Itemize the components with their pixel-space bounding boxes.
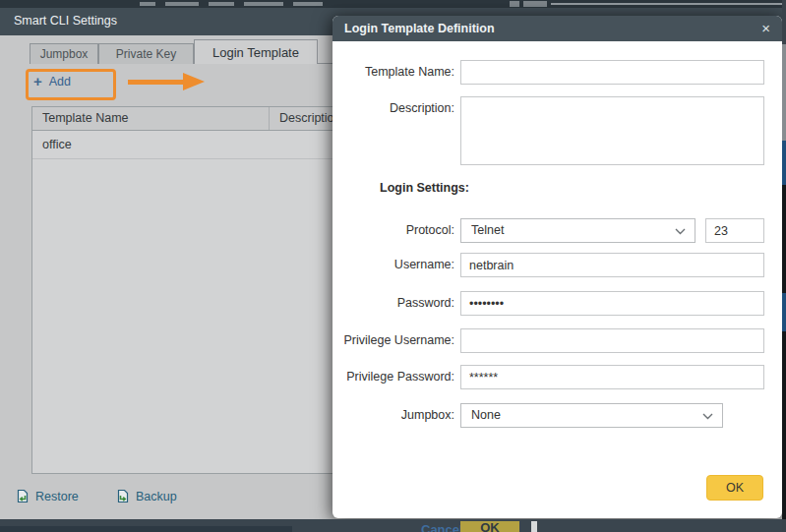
- ok-button-fragment: OK: [460, 521, 519, 532]
- toolbar-fragment: [165, 2, 199, 6]
- cropped-bottom-edge: Cancel OK: [0, 519, 786, 532]
- cropped-right-edge: [782, 0, 786, 532]
- edge-segment: [782, 519, 786, 532]
- bottom-fragment: [0, 526, 292, 532]
- screen: Smart CLI Settings Jumpbox Private Key L…: [0, 0, 786, 532]
- protocol-selected-value: Telnet: [471, 223, 504, 237]
- protocol-select[interactable]: Telnet: [460, 218, 695, 243]
- toolbar-fragment: [140, 2, 155, 6]
- protocol-label: Protocol:: [333, 218, 454, 243]
- cancel-button-fragment: Cancel: [421, 522, 463, 532]
- template-name-label: Template Name:: [333, 60, 454, 85]
- edge-segment: [782, 293, 786, 331]
- login-settings-section-heading: Login Settings:: [380, 181, 469, 195]
- cropped-top-toolbar: [0, 0, 786, 8]
- privilege-username-input[interactable]: [460, 328, 764, 353]
- toolbar-fragment: [244, 2, 283, 6]
- chevron-down-icon: [675, 228, 686, 235]
- privilege-username-label: Privilege Username:: [333, 328, 454, 353]
- annotation-arrow-head-icon: [183, 73, 205, 90]
- backup-button-label: Backup: [136, 490, 177, 503]
- chevron-down-icon: [702, 413, 713, 420]
- toolbar-fragment: [510, 1, 519, 7]
- backup-button[interactable]: Backup: [116, 489, 177, 503]
- toolbar-fragment: [293, 2, 323, 6]
- toolbar-fragment: [209, 2, 234, 6]
- restore-button[interactable]: Restore: [16, 489, 79, 503]
- modal-title: Login Template Definition: [344, 22, 495, 35]
- login-template-definition-modal: Login Template Definition × Template Nam…: [333, 16, 782, 518]
- ok-button[interactable]: OK: [706, 475, 763, 501]
- tab-label: Private Key: [116, 47, 176, 61]
- add-button-highlight-annotation: [26, 69, 116, 100]
- column-header-description[interactable]: Description: [269, 107, 341, 130]
- username-input[interactable]: [460, 253, 764, 277]
- tab-jumpbox[interactable]: Jumpbox: [30, 43, 98, 64]
- cell-template-name: office: [32, 138, 72, 151]
- window-title: Smart CLI Settings: [14, 14, 117, 28]
- password-input[interactable]: [460, 291, 764, 316]
- restore-icon: [16, 489, 30, 503]
- jumpbox-select[interactable]: None: [460, 403, 723, 428]
- privilege-password-label: Privilege Password:: [333, 365, 454, 389]
- edge-segment: [782, 0, 786, 44]
- description-textarea[interactable]: [460, 96, 764, 165]
- column-header-template-name[interactable]: Template Name: [42, 107, 129, 130]
- jumpbox-selected-value: None: [471, 408, 501, 422]
- tab-label: Jumpbox: [40, 47, 89, 61]
- tab-login-template[interactable]: Login Template: [194, 39, 318, 64]
- backup-icon: [116, 489, 130, 503]
- annotation-arrow: [128, 80, 185, 85]
- toolbar-edge-line: [551, 3, 786, 5]
- username-label: Username:: [333, 253, 454, 277]
- toolbar-fragment: [523, 1, 547, 7]
- tab-private-key[interactable]: Private Key: [98, 43, 194, 64]
- password-label: Password:: [333, 291, 454, 316]
- edge-segment: [782, 141, 786, 185]
- template-name-input[interactable]: [460, 60, 764, 85]
- protocol-port-input[interactable]: [705, 218, 764, 243]
- privilege-password-input[interactable]: [460, 365, 764, 389]
- edge-segment: [782, 44, 786, 141]
- modal-header: Login Template Definition ×: [333, 16, 782, 41]
- bottom-fragment: [531, 521, 537, 532]
- restore-button-label: Restore: [35, 490, 79, 503]
- close-icon[interactable]: ×: [761, 20, 770, 37]
- tab-label: Login Template: [212, 45, 299, 60]
- jumpbox-label: Jumpbox:: [333, 403, 454, 428]
- description-label: Description:: [333, 96, 454, 121]
